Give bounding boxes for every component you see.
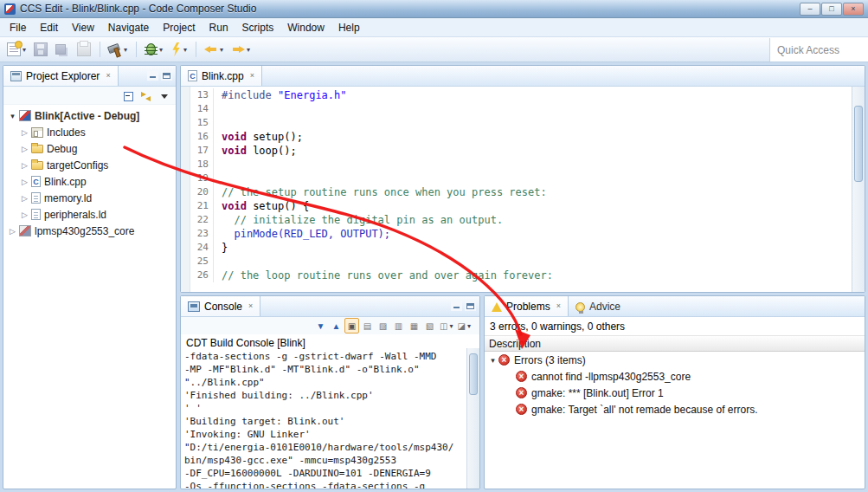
menu-project[interactable]: Project bbox=[156, 19, 202, 36]
export-log-icon[interactable]: ▤ bbox=[360, 318, 375, 333]
tree-item-lpmsp430g2553_core[interactable]: ▷lpmsp430g2553_core bbox=[3, 223, 176, 239]
maximize-button[interactable]: □ bbox=[821, 3, 842, 16]
tree-item-blink.cpp[interactable]: ▷Blink.cpp bbox=[3, 173, 176, 190]
column-header-description[interactable]: Description bbox=[485, 335, 865, 352]
code-line-17[interactable]: 17void loop(); bbox=[190, 144, 852, 158]
tab-console[interactable]: Console × bbox=[181, 296, 260, 316]
menu-edit[interactable]: Edit bbox=[33, 19, 65, 36]
menu-window[interactable]: Window bbox=[280, 19, 331, 36]
flash-button[interactable]: ▾ bbox=[167, 40, 190, 59]
tree-item-peripherals.ld[interactable]: ▷peripherals.ld bbox=[3, 206, 176, 223]
view-menu-icon[interactable] bbox=[157, 88, 171, 102]
tree-item-memory.ld[interactable]: ▷memory.ld bbox=[3, 190, 176, 206]
build-button[interactable]: ▾ bbox=[105, 40, 131, 59]
minimize-button[interactable]: – bbox=[800, 3, 820, 16]
close-icon[interactable]: × bbox=[556, 302, 561, 310]
tab-project-explorer[interactable]: Project Explorer × bbox=[3, 66, 119, 86]
menu-navigate[interactable]: Navigate bbox=[101, 19, 156, 36]
collapse-all-icon[interactable] bbox=[120, 88, 135, 102]
code-line-24[interactable]: 24} bbox=[190, 241, 852, 255]
collapsed-arrow-icon[interactable]: ▷ bbox=[19, 161, 30, 170]
code-editor[interactable]: 13#include "Energia.h"141516void setup()… bbox=[181, 87, 865, 292]
close-icon[interactable]: × bbox=[106, 72, 110, 80]
code-line-19[interactable]: 19 bbox=[190, 172, 852, 185]
menu-run[interactable]: Run bbox=[203, 19, 235, 36]
dropdown-arrow-icon: ▾ bbox=[23, 46, 26, 54]
quick-access-input[interactable] bbox=[769, 38, 868, 62]
close-icon[interactable]: × bbox=[250, 72, 254, 80]
collapsed-arrow-icon[interactable]: ▷ bbox=[7, 227, 18, 236]
pin-console-icon[interactable]: ▧ bbox=[422, 318, 437, 333]
problems-group-row[interactable]: ▾Errors (3 items) bbox=[485, 352, 865, 368]
problems-summary: 3 errors, 0 warnings, 0 others bbox=[485, 317, 865, 335]
collapsed-arrow-icon[interactable]: ▷ bbox=[19, 145, 30, 153]
collapsed-arrow-icon[interactable]: ▷ bbox=[19, 194, 30, 203]
line-number: 23 bbox=[190, 227, 214, 241]
ccs-icon bbox=[19, 110, 31, 121]
menu-scripts[interactable]: Scripts bbox=[235, 19, 281, 36]
code-line-16[interactable]: 16void setup(); bbox=[190, 130, 852, 144]
expanded-arrow-icon[interactable]: ▾ bbox=[7, 112, 18, 120]
tree-item-includes[interactable]: ▷Includes bbox=[3, 124, 176, 140]
console-line: "D:/ti/energia-0101E0010/hardware/tools/… bbox=[184, 441, 466, 454]
save-all-icon bbox=[55, 44, 66, 55]
new-icon bbox=[7, 42, 21, 56]
expanded-arrow-icon[interactable]: ▾ bbox=[487, 356, 498, 365]
tree-item-blink[interactable]: ▾Blink [Active - Debug] bbox=[3, 107, 176, 124]
code-text: void loop(); bbox=[214, 144, 297, 158]
console-output[interactable]: -fdata-sections -g -gstrict-dwarf -Wall … bbox=[184, 350, 466, 489]
editor-scrollbar[interactable] bbox=[852, 87, 865, 292]
code-line-13[interactable]: 13#include "Energia.h" bbox=[190, 88, 852, 102]
scroll-lock-icon[interactable]: ▥ bbox=[391, 318, 406, 333]
new-button[interactable]: ▾ bbox=[3, 40, 29, 59]
next-error-icon[interactable]: ▼ bbox=[313, 318, 328, 333]
menu-help[interactable]: Help bbox=[331, 19, 367, 36]
previous-error-icon[interactable]: ▲ bbox=[329, 318, 344, 333]
problem-row[interactable]: gmake: Target `all' not remade because o… bbox=[485, 401, 865, 418]
open-console-icon[interactable]: ◪▾ bbox=[456, 318, 473, 333]
app-icon bbox=[4, 3, 16, 15]
maximize-view-button[interactable] bbox=[161, 71, 172, 81]
code-line-18[interactable]: 18 bbox=[190, 158, 852, 172]
tab-advice[interactable]: Advice bbox=[569, 296, 627, 316]
code-text: // the setup routine runs once when you … bbox=[214, 185, 547, 199]
minimize-view-button[interactable] bbox=[451, 301, 462, 311]
debug-icon bbox=[146, 43, 156, 55]
code-line-14[interactable]: 14 bbox=[190, 102, 852, 116]
link-with-editor-icon[interactable] bbox=[138, 88, 153, 102]
forward-button[interactable]: ▾ bbox=[228, 40, 254, 59]
code-line-26[interactable]: 26// the loop routine runs over and over… bbox=[190, 269, 852, 282]
console-scrollbar[interactable] bbox=[466, 348, 479, 489]
tree-item-label: Includes bbox=[47, 126, 86, 139]
back-button[interactable]: ▾ bbox=[201, 40, 227, 59]
close-icon[interactable]: × bbox=[248, 302, 253, 310]
toolbar-separator bbox=[136, 42, 137, 57]
word-wrap-icon[interactable]: ▦ bbox=[407, 318, 421, 333]
tree-item-targetconfigs[interactable]: ▷targetConfigs bbox=[3, 157, 176, 173]
code-line-23[interactable]: 23 pinMode(RED_LED, OUTPUT); bbox=[190, 227, 852, 241]
collapsed-arrow-icon[interactable]: ▷ bbox=[19, 210, 30, 219]
tree-item-debug[interactable]: ▷Debug bbox=[3, 140, 176, 157]
menu-view[interactable]: View bbox=[65, 19, 101, 36]
debug-button[interactable]: ▾ bbox=[141, 40, 166, 59]
show-error-in-editor-icon[interactable]: ▣ bbox=[344, 318, 359, 333]
code-line-22[interactable]: 22 // initialize the digital pin as an o… bbox=[190, 213, 852, 227]
problem-row[interactable]: cannot find -llpmsp430g2553_core bbox=[485, 368, 865, 385]
menu-file[interactable]: File bbox=[3, 19, 33, 36]
project-explorer-toolbar bbox=[3, 87, 176, 105]
code-line-15[interactable]: 15 bbox=[190, 116, 852, 130]
clear-console-icon[interactable]: ▨ bbox=[376, 318, 390, 333]
code-line-20[interactable]: 20// the setup routine runs once when yo… bbox=[190, 185, 852, 199]
maximize-view-button[interactable] bbox=[465, 301, 476, 311]
minimize-view-button[interactable] bbox=[147, 71, 158, 81]
close-button[interactable]: × bbox=[843, 3, 864, 16]
tab-problems[interactable]: Problems× bbox=[485, 296, 569, 316]
collapsed-arrow-icon[interactable]: ▷ bbox=[19, 128, 30, 137]
folder-icon bbox=[31, 161, 43, 170]
collapsed-arrow-icon[interactable]: ▷ bbox=[19, 178, 30, 186]
display-console-icon[interactable]: ◫▾ bbox=[438, 318, 454, 333]
code-line-21[interactable]: 21void setup() { bbox=[190, 199, 852, 213]
problem-row[interactable]: gmake: *** [Blink.out] Error 1 bbox=[485, 385, 865, 401]
tab-blink-cpp[interactable]: Blink.cpp × bbox=[181, 66, 262, 86]
code-line-25[interactable]: 25 bbox=[190, 255, 852, 269]
